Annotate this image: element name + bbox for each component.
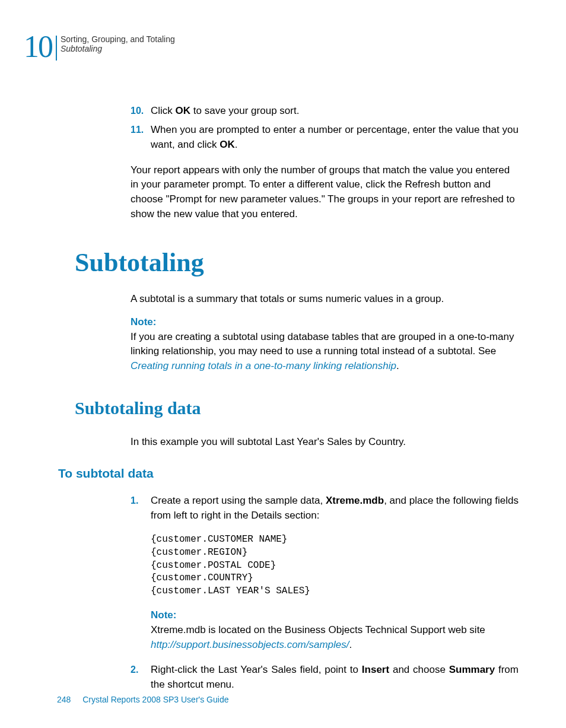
heading-to-subtotal: To subtotal data [58, 466, 519, 481]
note-label: Note: [151, 609, 176, 621]
header-text: Sorting, Grouping, and Totaling Subtotal… [61, 33, 175, 53]
step-number: 10. [131, 104, 144, 117]
step-text: and choose [389, 664, 449, 675]
step-bold: Summary [449, 664, 495, 675]
header-title: Sorting, Grouping, and Totaling [61, 34, 175, 44]
step-text: . [235, 139, 238, 150]
header-divider [56, 36, 57, 61]
h2-paragraph: In this example you will subtotal Last Y… [131, 435, 519, 450]
content-area: 10. Click OK to save your group sort. 11… [131, 104, 519, 692]
step-text: Right-click the Last Year's Sales field,… [151, 664, 362, 675]
step-bold: Xtreme.mdb [326, 495, 384, 506]
step-text: Create a report using the sample data, [151, 495, 326, 506]
page-footer: 248 Crystal Reports 2008 SP3 User's Guid… [57, 695, 228, 704]
note-block-1: Note: If you are creating a subtotal usi… [131, 315, 519, 374]
steps-list-b2: 2. Right-click the Last Year's Sales fie… [131, 663, 519, 692]
note-text-after: . [396, 360, 399, 371]
step-b1: 1. Create a report using the sample data… [131, 494, 519, 523]
step-number: 1. [131, 494, 138, 507]
doc-title: Crystal Reports 2008 SP3 User's Guide [82, 695, 228, 704]
note-text: Xtreme.mdb is located on the Business Ob… [151, 624, 485, 635]
page: 10 Sorting, Grouping, and Totaling Subto… [0, 0, 566, 728]
step-number: 11. [131, 123, 144, 136]
page-number: 248 [57, 695, 71, 704]
step-text: Click [151, 105, 176, 116]
step-bold: OK [220, 139, 235, 150]
steps-list-b: 1. Create a report using the sample data… [131, 494, 519, 523]
note-block-2: Note: Xtreme.mdb is located on the Busin… [151, 608, 519, 652]
result-paragraph: Your report appears with only the number… [131, 163, 519, 222]
step-b2: 2. Right-click the Last Year's Sales fie… [131, 663, 519, 692]
heading-subtotaling: Subtotaling [75, 247, 519, 278]
step-11: 11. When you are prompted to enter a num… [131, 123, 519, 152]
step-text: to save your group sort. [190, 105, 299, 116]
link-support-url[interactable]: http://support.businessobjects.com/sampl… [151, 639, 349, 650]
link-running-totals[interactable]: Creating running totals in a one-to-many… [131, 360, 396, 371]
steps-list-a: 10. Click OK to save your group sort. 11… [131, 104, 519, 152]
step-number: 2. [131, 663, 138, 676]
note-label: Note: [131, 316, 156, 328]
step-text: When you are prompted to enter a number … [151, 124, 519, 150]
note-text: If you are creating a subtotal using dat… [131, 331, 514, 357]
heading-subtotaling-data: Subtotaling data [75, 398, 519, 418]
step-bold: OK [176, 105, 191, 116]
code-block: {customer.CUSTOMER NAME} {customer.REGIO… [151, 533, 519, 597]
note-text-after: . [349, 639, 352, 650]
chapter-number: 10 [24, 33, 52, 61]
intro-paragraph: A subtotal is a summary that totals or s… [131, 292, 519, 307]
page-header: 10 Sorting, Grouping, and Totaling Subto… [24, 33, 519, 61]
step-10: 10. Click OK to save your group sort. [131, 104, 519, 119]
header-subtitle: Subtotaling [61, 44, 175, 53]
step-bold: Insert [362, 664, 389, 675]
